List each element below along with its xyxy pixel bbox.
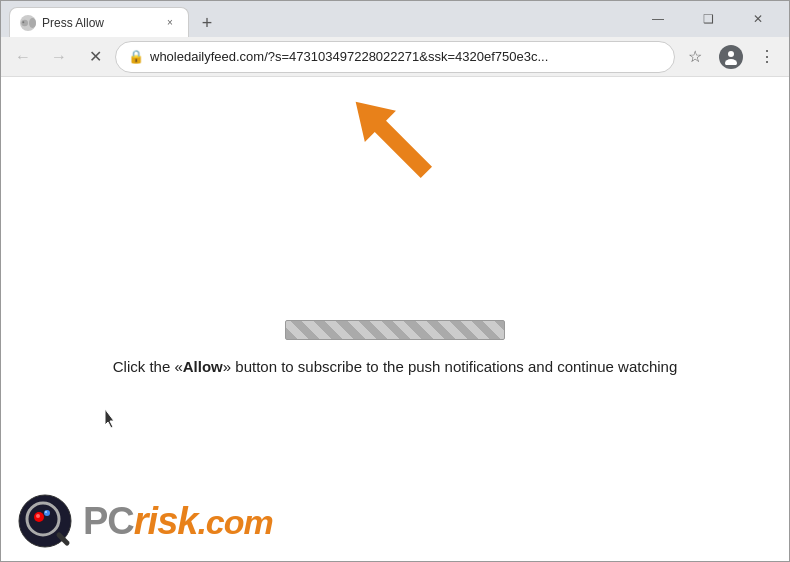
svg-point-2 [728,51,734,57]
cta-message: Click the «Allow» button to subscribe to… [113,356,678,379]
close-button[interactable]: ✕ [735,3,781,35]
lock-icon: 🔒 [128,49,144,64]
address-bar[interactable]: 🔒 wholedailyfeed.com/?s=4731034972280222… [115,41,675,73]
profile-button[interactable] [715,41,747,73]
profile-icon [719,45,743,69]
cta-text-before: Click the « [113,358,183,375]
loading-progress-bar [285,320,505,340]
tab-area: Press Allow × + [9,1,635,37]
svg-point-0 [21,19,28,26]
svg-point-9 [36,514,40,518]
svg-point-11 [45,511,47,513]
new-tab-button[interactable]: + [193,9,221,37]
tab-close-button[interactable]: × [162,15,178,31]
arrow-indicator [341,82,441,196]
maximize-button[interactable]: ❑ [685,3,731,35]
bookmark-button[interactable]: ☆ [679,41,711,73]
pcrisk-logo-icon [17,493,73,549]
risk-label: risk [134,500,198,542]
svg-point-10 [44,510,50,516]
pc-label: PC [83,500,134,542]
allow-word: Allow [183,358,223,375]
cta-text-after: » button to subscribe to the push notifi… [223,358,677,375]
menu-button[interactable]: ⋮ [751,41,783,73]
svg-point-1 [22,21,24,23]
pcrisk-text: PCrisk.com [83,500,273,543]
svg-point-3 [725,59,737,65]
tab-favicon-icon [20,15,36,31]
window-controls: — ❑ ✕ [635,3,781,35]
browser-toolbar: ← → ✕ 🔒 wholedailyfeed.com/?s=4731034972… [1,37,789,77]
progress-area: Click the «Allow» button to subscribe to… [113,320,678,379]
page-content: Click the «Allow» button to subscribe to… [1,77,789,561]
tab-title: Press Allow [42,16,156,30]
address-text: wholedailyfeed.com/?s=473103497228022271… [150,49,662,64]
reload-button[interactable]: ✕ [79,41,111,73]
svg-marker-4 [341,86,441,188]
com-label: .com [197,503,272,541]
watermark: PCrisk.com [17,493,273,549]
browser-window: Press Allow × + — ❑ ✕ ← → ✕ 🔒 wholedaily… [0,0,790,562]
back-button[interactable]: ← [7,41,39,73]
minimize-button[interactable]: — [635,3,681,35]
title-bar: Press Allow × + — ❑ ✕ [1,1,789,37]
forward-button[interactable]: → [43,41,75,73]
mouse-cursor [101,407,121,435]
browser-tab[interactable]: Press Allow × [9,7,189,37]
